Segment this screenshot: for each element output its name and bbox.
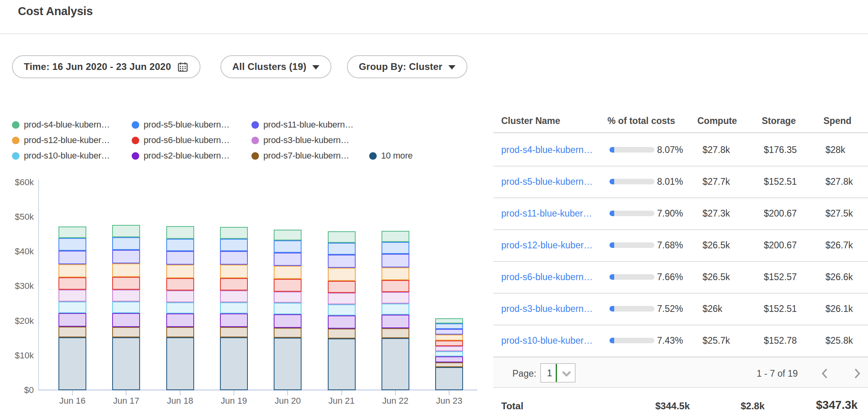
bar-segment[interactable] (112, 237, 140, 250)
bar-segment[interactable] (274, 303, 302, 314)
bar-segment[interactable] (435, 362, 463, 367)
stacked-bar[interactable] (328, 231, 356, 390)
bar-segment[interactable] (112, 302, 140, 314)
bar-segment[interactable] (112, 337, 140, 390)
bar-segment[interactable] (435, 318, 463, 323)
bar-segment[interactable] (274, 314, 302, 328)
stacked-bar[interactable] (112, 225, 140, 390)
cluster-name-link[interactable]: prod-s11-blue-kuber… (493, 208, 609, 219)
bar-segment[interactable] (166, 265, 194, 278)
bar-segment[interactable] (112, 225, 140, 237)
bar-segment[interactable] (220, 227, 248, 239)
bar-segment[interactable] (274, 338, 302, 390)
bar-segment[interactable] (328, 255, 356, 268)
bar-segment[interactable] (381, 242, 409, 254)
bar-segment[interactable] (328, 243, 356, 255)
bar-segment[interactable] (166, 290, 194, 302)
bar-segment[interactable] (166, 302, 194, 314)
bar-segment[interactable] (166, 314, 194, 327)
bar-segment[interactable] (220, 239, 248, 251)
bar-segment[interactable] (220, 337, 248, 390)
group-by-filter[interactable]: Group By: Cluster (347, 55, 467, 78)
bar-segment[interactable] (112, 263, 140, 277)
bar-segment[interactable] (435, 323, 463, 329)
bar-segment[interactable] (112, 327, 140, 337)
stacked-bar[interactable] (220, 227, 248, 390)
bar-segment[interactable] (381, 292, 409, 304)
bar-segment[interactable] (435, 346, 463, 351)
cluster-name-link[interactable]: prod-s6-blue-kubern… (493, 272, 609, 283)
bar-segment[interactable] (381, 315, 409, 328)
stacked-bar[interactable] (58, 226, 86, 390)
bar-segment[interactable] (58, 238, 86, 250)
bar-segment[interactable] (328, 281, 356, 293)
clusters-filter[interactable]: All Clusters (19) (220, 55, 331, 78)
bar-segment[interactable] (381, 328, 409, 338)
bar-segment[interactable] (166, 239, 194, 251)
time-range-filter[interactable]: Time: 16 Jun 2020 - 23 Jun 2020 (12, 55, 200, 78)
bar-segment[interactable] (58, 277, 86, 290)
bar-segment[interactable] (381, 254, 409, 267)
stacked-bar[interactable] (274, 230, 302, 390)
legend-item[interactable]: prod-s7-blue-kubern… (251, 151, 369, 160)
legend-item[interactable]: prod-s3-blue-kubern… (251, 136, 369, 145)
cluster-name-link[interactable]: prod-s12-blue-kuber… (493, 240, 609, 251)
legend-item[interactable]: prod-s2-blue-kubern… (132, 151, 251, 160)
bar-segment[interactable] (328, 315, 356, 329)
page-select[interactable]: 1 (540, 363, 576, 383)
bar-segment[interactable] (220, 314, 248, 327)
bar-segment[interactable] (328, 339, 356, 390)
bar-segment[interactable] (274, 292, 302, 303)
cluster-name-link[interactable]: prod-s5-blue-kubern… (493, 176, 609, 187)
bar-segment[interactable] (328, 293, 356, 304)
stacked-bar[interactable] (381, 231, 409, 390)
next-page-icon[interactable] (853, 368, 861, 379)
legend-item[interactable]: prod-s4-blue-kubern… (12, 120, 132, 129)
bar-segment[interactable] (381, 231, 409, 242)
bar-segment[interactable] (58, 290, 86, 302)
bar-segment[interactable] (274, 230, 302, 240)
bar-segment[interactable] (435, 341, 463, 346)
bar-segment[interactable] (166, 327, 194, 337)
bar-segment[interactable] (166, 278, 194, 290)
legend-item[interactable]: prod-s11-blue-kubern… (251, 120, 369, 129)
cluster-name-link[interactable]: prod-s4-blue-kubern… (493, 145, 609, 155)
legend-item[interactable]: prod-s10-blue-kuber… (12, 151, 132, 160)
bar-segment[interactable] (58, 302, 86, 313)
bar-segment[interactable] (58, 313, 86, 327)
bar-segment[interactable] (274, 279, 302, 291)
bar-segment[interactable] (435, 367, 463, 390)
bar-segment[interactable] (112, 290, 140, 302)
cluster-name-link[interactable]: prod-s3-blue-kubern… (493, 304, 609, 314)
bar-segment[interactable] (435, 356, 463, 363)
bar-segment[interactable] (435, 351, 463, 356)
bar-segment[interactable] (328, 329, 356, 339)
prev-page-icon[interactable] (821, 368, 829, 379)
legend-item[interactable]: prod-s5-blue-kubern… (132, 120, 251, 129)
bar-segment[interactable] (220, 302, 248, 314)
bar-segment[interactable] (435, 335, 463, 341)
bar-segment[interactable] (220, 278, 248, 290)
bar-segment[interactable] (274, 240, 302, 253)
bar-segment[interactable] (328, 231, 356, 243)
bar-segment[interactable] (58, 264, 86, 277)
bar-segment[interactable] (58, 337, 86, 390)
bar-segment[interactable] (381, 304, 409, 315)
legend-item[interactable]: prod-s12-blue-kuber… (12, 136, 132, 145)
bar-segment[interactable] (112, 277, 140, 290)
bar-segment[interactable] (112, 250, 140, 263)
bar-segment[interactable] (220, 290, 248, 302)
bar-segment[interactable] (166, 226, 194, 239)
cluster-name-link[interactable]: prod-s10-blue-kuber… (493, 335, 609, 346)
bar-segment[interactable] (220, 327, 248, 337)
bar-segment[interactable] (220, 265, 248, 278)
bar-segment[interactable] (435, 329, 463, 335)
bar-segment[interactable] (166, 251, 194, 265)
bar-segment[interactable] (381, 267, 409, 280)
bar-segment[interactable] (328, 268, 356, 281)
stacked-bar[interactable] (166, 226, 194, 390)
bar-segment[interactable] (166, 337, 194, 390)
bar-segment[interactable] (274, 266, 302, 279)
stacked-bar[interactable] (435, 318, 463, 390)
bar-segment[interactable] (58, 251, 86, 264)
